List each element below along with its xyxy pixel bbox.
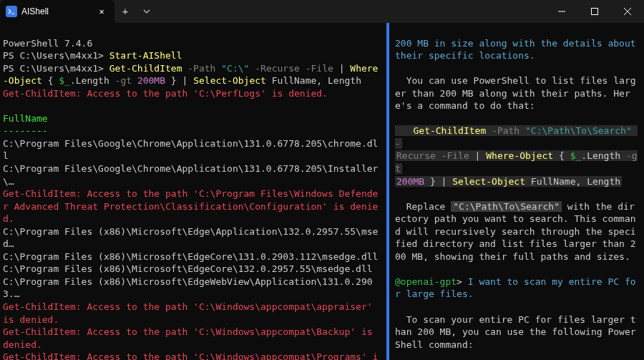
terminal-icon — [6, 6, 17, 17]
powershell-pane[interactable]: PowerShell 7.4.6 PS C:\Users\m4xx1> Star… — [0, 23, 386, 360]
maximize-button[interactable] — [578, 0, 611, 23]
error-line: Get-ChildItem: Access to the path 'C:\Pe… — [3, 88, 328, 99]
tab-aishell[interactable]: AIShell ✕ — [0, 0, 114, 23]
close-button[interactable] — [611, 0, 644, 23]
ai-continuation: 200 MB in size along with the details ab… — [395, 38, 641, 62]
ai-paragraph: You can use PowerShell to list files lar… — [395, 75, 636, 111]
cmd-start-aishell: Start-AIShell — [109, 50, 182, 61]
result-row: C:\Program Files\Google\Chrome\Applicati… — [3, 163, 378, 187]
result-row: C:\Program Files\Google\Chrome\Applicati… — [3, 138, 378, 162]
error-line: Get-ChildItem: Access to the path 'C:\Wi… — [3, 351, 378, 360]
error-line: Get-ChildItem: Access to the path 'C:\Pr… — [3, 188, 378, 224]
user-handle: @openai-gpt — [395, 276, 457, 287]
inline-code: "C:\Path\To\Search" — [451, 201, 562, 212]
error-line: Get-ChildItem: Access to the path 'C:\Wi… — [3, 301, 378, 325]
result-row: C:\Program Files (x86)\Microsoft\EdgeCor… — [3, 251, 378, 262]
ai-paragraph: To scan your entire PC for files larger … — [395, 314, 636, 350]
error-line: Get-ChildItem: Access to the path 'C:\Wi… — [3, 326, 378, 350]
new-tab-button[interactable]: + — [114, 0, 136, 23]
prompt-2: PS C:\Users\m4xx1> — [3, 63, 104, 74]
prompt-1: PS C:\Users\m4xx1> — [3, 50, 104, 61]
minimize-button[interactable] — [545, 0, 578, 23]
ps-version: PowerShell 7.4.6 — [3, 38, 92, 49]
content-split: PowerShell 7.4.6 PS C:\Users\m4xx1> Star… — [0, 23, 644, 360]
ai-chat-pane[interactable]: 200 MB in size along with the details ab… — [389, 23, 644, 360]
column-header: FullName — [3, 113, 48, 124]
close-icon[interactable]: ✕ — [96, 6, 107, 17]
tab-dropdown[interactable] — [136, 0, 157, 23]
titlebar: AIShell ✕ + — [0, 0, 644, 23]
result-row: C:\Program Files (x86)\Microsoft\Edge\Ap… — [3, 226, 378, 250]
code-block: Get-ChildItem -Path "C:\Path\To\Search" … — [395, 125, 638, 149]
column-underline: -------- — [3, 125, 48, 136]
result-row: C:\Program Files (x86)\Microsoft\EdgeWeb… — [3, 276, 373, 300]
ai-paragraph: Replace "C:\Path\To\Search" with the dir… — [395, 201, 636, 262]
tab-title: AIShell — [21, 6, 92, 16]
svg-rect-0 — [592, 9, 598, 15]
result-row: C:\Program Files (x86)\Microsoft\EdgeCor… — [3, 263, 373, 274]
